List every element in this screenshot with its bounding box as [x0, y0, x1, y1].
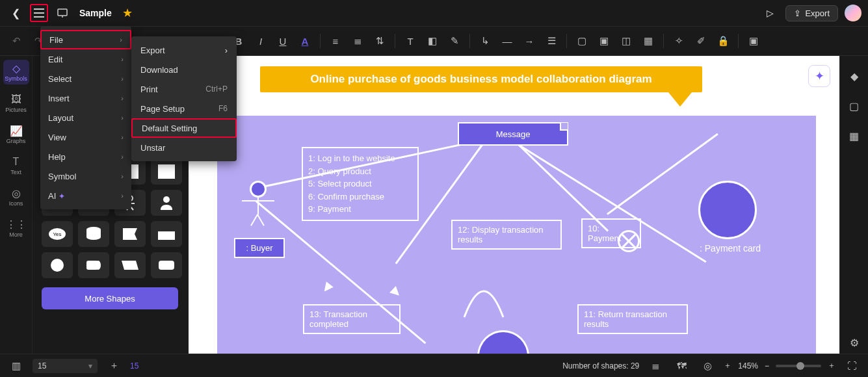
tx13-node[interactable]: 13: Transaction completed	[303, 304, 401, 334]
zoom-minus[interactable]: −	[765, 361, 769, 370]
layer1-button[interactable]: ▢	[572, 31, 592, 51]
settings-button[interactable]: ⚙	[847, 335, 861, 350]
shape-parallelogram[interactable]	[114, 252, 146, 278]
menu-ai[interactable]: AI ✦›	[40, 186, 131, 205]
add-page-button[interactable]: ＋	[104, 356, 124, 376]
menu-file[interactable]: File›	[40, 30, 131, 49]
pen-button[interactable]: ✎	[445, 31, 464, 51]
document-title[interactable]: Sample	[79, 8, 112, 18]
page-button[interactable]: ▢	[847, 99, 861, 113]
export-label: Export	[805, 8, 830, 18]
align-left-button[interactable]: ≡	[326, 31, 345, 51]
zoom-plus-left[interactable]: ＋	[724, 360, 731, 371]
list-button[interactable]: ☰	[542, 31, 561, 51]
menu-view[interactable]: View›	[40, 127, 131, 147]
shape-cylinder[interactable]	[78, 221, 109, 247]
play-button[interactable]: ▷	[761, 4, 779, 22]
menu-symbol[interactable]: Symbol›	[40, 166, 131, 186]
rail-pictures[interactable]: 🖼Pictures	[3, 91, 29, 116]
zoom-slider[interactable]	[776, 365, 821, 367]
font-color-button[interactable]: A	[295, 31, 315, 51]
underline-button[interactable]: U	[273, 31, 293, 51]
undo-button[interactable]: ↶	[7, 31, 26, 51]
steps-node[interactable]: 1: Log in to the website 2: Query produc…	[302, 147, 419, 221]
rail-more[interactable]: ⋮⋮More	[3, 216, 29, 240]
preview-button[interactable]: ▣	[744, 31, 763, 51]
payment-card-circle[interactable]	[698, 181, 757, 239]
connector-button[interactable]: ↳	[475, 31, 495, 51]
fullscreen-button[interactable]: ⛶	[842, 356, 861, 376]
zoom-value: 145%	[738, 361, 758, 370]
submenu-export[interactable]: Export›	[131, 40, 237, 60]
italic-button[interactable]: I	[251, 31, 270, 51]
svg-point-14	[86, 235, 101, 240]
ai-badge[interactable]: ✦	[808, 65, 830, 87]
buyer-label[interactable]: : Buyer	[234, 238, 285, 258]
canvas[interactable]: Online purchase of goods business model …	[189, 56, 839, 354]
payment-card-label: : Payment card	[700, 243, 761, 254]
image-icon: 🖼	[10, 94, 22, 105]
lock-button[interactable]: 🔒	[713, 31, 733, 51]
shape-rounded[interactable]	[151, 252, 182, 278]
fill-button[interactable]: ◧	[423, 31, 442, 51]
focus-icon[interactable]: ◎	[698, 356, 717, 376]
rail-graphs[interactable]: 📈Graphs	[3, 122, 29, 147]
submenu-print[interactable]: PrintCtrl+P	[131, 79, 237, 99]
rail-text[interactable]: TText	[3, 153, 29, 178]
arrow-style-button[interactable]: →	[519, 31, 539, 51]
layer3-button[interactable]: ◫	[616, 31, 636, 51]
text-tool-button[interactable]: T	[401, 31, 420, 51]
menu-select[interactable]: Select›	[40, 69, 131, 88]
right-sidebar: ◆ ▢ ▦ ⚙	[839, 56, 868, 354]
shape-panel[interactable]	[151, 159, 182, 185]
svg-rect-16	[158, 228, 175, 231]
layers-button[interactable]: ▦	[847, 129, 861, 143]
star-icon[interactable]: ★	[122, 6, 133, 20]
shape-circle2[interactable]	[42, 252, 73, 278]
menu-help[interactable]: Help›	[40, 147, 131, 166]
shape-person[interactable]	[151, 190, 182, 216]
effects-button[interactable]: ✧	[669, 31, 689, 51]
layer2-button[interactable]: ▣	[594, 31, 614, 51]
submenu-download[interactable]: Download	[131, 60, 237, 79]
bottom-node[interactable]	[477, 330, 529, 354]
menu-edit[interactable]: Edit›	[40, 49, 131, 69]
theme-button[interactable]: ◆	[847, 69, 861, 83]
presentation-mode-icon[interactable]	[53, 4, 72, 22]
line-style-button[interactable]: —	[497, 31, 517, 51]
export-button[interactable]: ⇪ Export	[785, 5, 838, 21]
submenu-default-setting[interactable]: Default Setting	[131, 118, 237, 138]
hamburger-menu-button[interactable]	[30, 4, 48, 22]
layers-icon[interactable]: ≣	[646, 356, 665, 376]
menu-insert[interactable]: Insert›	[40, 88, 131, 108]
edit-button[interactable]: ✐	[691, 31, 711, 51]
submenu-unstar[interactable]: Unstar	[131, 138, 237, 157]
main-menu-dropdown: File› Edit› Select› Insert› Layout› View…	[40, 26, 131, 209]
submenu-page-setup[interactable]: Page SetupF6	[131, 99, 237, 118]
shape-flag[interactable]	[114, 221, 146, 247]
more-shapes-button[interactable]: More Shapes	[42, 287, 178, 309]
shape-header-box[interactable]	[151, 221, 182, 247]
left-sidebar: ◇Symbols 🖼Pictures 📈Graphs TText ◎Icons …	[0, 56, 33, 354]
tx11-node[interactable]: 11: Return transaction results	[577, 304, 688, 334]
tx12-node[interactable]: 12: Display transaction results	[451, 220, 562, 250]
rail-symbols[interactable]: ◇Symbols	[3, 60, 29, 84]
back-button[interactable]: ❮	[7, 4, 25, 22]
menu-layout[interactable]: Layout›	[40, 108, 131, 127]
line-spacing-button[interactable]: ⇅	[370, 31, 389, 51]
page-layout-icon[interactable]: ▥	[7, 356, 26, 376]
shape-yes[interactable]: Yes	[42, 221, 73, 247]
align-center-button[interactable]: ≣	[348, 31, 367, 51]
map-icon[interactable]: 🗺	[672, 356, 691, 376]
diagram-title-banner[interactable]: Online purchase of goods business model …	[260, 66, 702, 92]
decision-node[interactable]	[618, 230, 640, 252]
shape-cylinder-side[interactable]	[78, 252, 109, 278]
buyer-actor[interactable]	[250, 181, 267, 214]
rail-icons[interactable]: ◎Icons	[3, 185, 29, 209]
page-selector[interactable]: 15▾	[33, 359, 98, 373]
message-node[interactable]: Message	[458, 122, 568, 146]
user-avatar[interactable]	[845, 5, 861, 21]
graph-icon: 📈	[10, 125, 22, 136]
layer4-button[interactable]: ▦	[638, 31, 658, 51]
zoom-plus[interactable]: ＋	[828, 360, 835, 371]
